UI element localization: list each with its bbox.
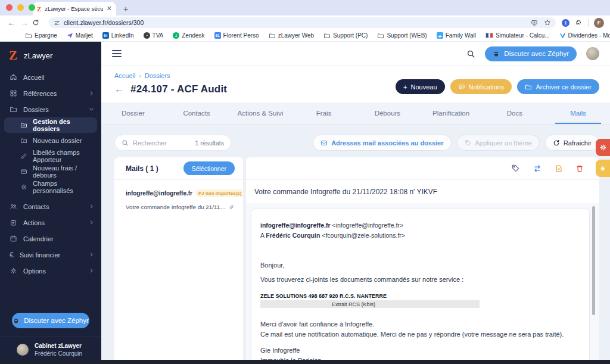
site-settings-icon[interactable]	[54, 20, 60, 26]
tag-icon[interactable]	[511, 164, 520, 173]
chat-zephyr-topbar-button[interactable]: Discuter avec Zéphyr	[485, 46, 577, 61]
breadcrumb-dossiers[interactable]: Dossiers	[145, 72, 170, 79]
email-scrollbar[interactable]	[592, 206, 595, 315]
notifications-button[interactable]: Notifications	[450, 79, 512, 94]
transfer-arrows-icon[interactable]	[533, 164, 542, 173]
search-input[interactable]	[133, 139, 191, 147]
edge-buttons: ★	[596, 139, 610, 177]
tab-mails[interactable]: Mails	[546, 102, 610, 124]
brand[interactable]: Z zLawyer	[0, 42, 101, 69]
sidebar-item-calendrier[interactable]: Calendrier	[0, 231, 101, 247]
speech-bubble-icon	[458, 83, 465, 91]
sidebar-item-dossiers[interactable]: Dossiers	[0, 101, 101, 117]
bookmark-zendesk[interactable]: z Zendesk	[173, 32, 204, 39]
back-arrow-icon[interactable]: ←	[114, 85, 124, 94]
tab-dossier[interactable]: Dossier	[101, 102, 165, 124]
forward-icon[interactable]: →	[19, 19, 30, 27]
refresh-button[interactable]: Rafraichir	[545, 135, 599, 151]
document-type-line: Extrait RCS (Kbis)	[260, 300, 480, 308]
url-text[interactable]: client.zlawyer.fr/dossiers/300	[64, 19, 527, 26]
mail-from: infogreffe@infogreffe.fr	[126, 190, 192, 197]
bookmark-zlawyer-web[interactable]: zLawyer Web	[269, 32, 314, 39]
tab-close-icon[interactable]: ✕	[107, 5, 112, 12]
sidebar-item-accueil[interactable]: Accueil	[0, 69, 101, 85]
sidebar-item-libelles-champs-apporteur[interactable]: Libellés champs Apporteur	[0, 148, 101, 164]
bookmark-linkedin[interactable]: in LinkedIn	[102, 32, 134, 39]
sidebar-item-actions[interactable]: Actions	[0, 214, 101, 231]
family-wall-icon: ☁	[437, 32, 443, 39]
page-title: #24.107 - ACF Audit	[130, 83, 227, 95]
breadcrumb-accueil[interactable]: Accueil	[114, 72, 135, 79]
org-name: Cabinet zLawyer	[35, 343, 82, 349]
tab-actions-suivi[interactable]: Actions & Suivi	[229, 102, 292, 124]
sidebar-item-contacts[interactable]: Contacts	[0, 198, 101, 214]
email-from-line: infogreffe@infogreffe.fr <infogreffe@inf…	[260, 222, 580, 229]
send-to-device-icon[interactable]	[531, 19, 538, 26]
new-tab-button[interactable]: +	[123, 5, 128, 13]
topbar-user-avatar[interactable]	[586, 47, 599, 60]
apply-theme-button[interactable]: Appliquer un thème	[457, 135, 540, 151]
bookmark-simulateur[interactable]: Simulateur - Calcu...	[485, 32, 550, 39]
sidebar-item-champs-personnalises[interactable]: Champs personnalisés	[0, 179, 101, 195]
sidebar-item-options[interactable]: Options	[0, 263, 101, 279]
tab-debours[interactable]: Débours	[356, 102, 419, 124]
folder-manage-icon	[20, 122, 27, 129]
tab-contacts[interactable]: Contacts	[165, 102, 229, 124]
search-icon[interactable]	[466, 49, 475, 58]
browser-tab[interactable]: Z zLawyer - Espace sécurisé ✕	[33, 2, 116, 15]
close-window-button[interactable]	[6, 4, 13, 11]
password-manager-icon[interactable]: 1	[562, 19, 569, 27]
home-icon	[10, 73, 17, 81]
minimize-window-button[interactable]	[17, 4, 24, 11]
bookmark-support-pc[interactable]: Support (PC)	[323, 32, 368, 39]
bookmark-dividendes[interactable]: Dividendes - Mon-...	[559, 32, 610, 39]
mail-preview: Votre commande Infogreffe du 21/11/2022 …	[126, 204, 226, 210]
chat-zephyr-button[interactable]: Discuter avec Zéphyr	[12, 313, 89, 328]
mail-search[interactable]: 1 résultats	[114, 135, 231, 151]
search-icon	[122, 139, 129, 147]
favorites-edge-button[interactable]: ★	[596, 160, 610, 177]
zlawyer-app: Z zLawyer Accueil Références Dossiers	[0, 42, 610, 364]
archive-dossier-button[interactable]: Archiver ce dossier	[517, 79, 599, 94]
screen: Z zLawyer - Espace sécurisé ✕ + ← → clie…	[0, 0, 610, 364]
email-greeting: Bonjour,	[260, 262, 580, 269]
gear-icon	[599, 144, 607, 151]
bookmark-star-icon[interactable]	[544, 19, 551, 26]
zlawyer-logo: Z	[9, 49, 17, 62]
sidebar-item-nouveau-dossier[interactable]: Nouveau dossier	[0, 133, 101, 148]
browser-toolbar: ← → client.zlawyer.fr/dossiers/300 1 F	[0, 15, 610, 30]
euro-icon: €	[10, 251, 14, 259]
sidebar-item-suivi-financier[interactable]: € Suivi financier	[0, 247, 101, 263]
tab-planification[interactable]: Planification	[419, 102, 483, 124]
macos-traffic-lights[interactable]	[6, 4, 35, 11]
extensions-icon[interactable]	[575, 19, 583, 27]
mail-list-item[interactable]: infogreffe@infogreffe.fr PJ non importée…	[114, 180, 243, 217]
address-bar[interactable]: client.zlawyer.fr/dossiers/300	[49, 17, 556, 28]
maximize-window-button[interactable]	[29, 4, 35, 11]
bookmark-mailjet[interactable]: Mailjet	[67, 32, 93, 39]
tab-frais[interactable]: Frais	[292, 102, 356, 124]
back-icon[interactable]: ←	[6, 19, 17, 27]
sidebar-item-gestion-des-dossiers[interactable]: Gestion des dossiers	[4, 117, 97, 133]
settings-edge-button[interactable]	[596, 139, 610, 156]
bookmark-epargne[interactable]: Epargne	[25, 32, 57, 39]
tab-docs[interactable]: Docs	[483, 102, 547, 124]
new-button[interactable]: + Nouveau	[396, 79, 444, 94]
mail-addresses-button[interactable]: Adresses mail associées au dossier	[313, 135, 451, 151]
trash-icon[interactable]	[575, 164, 584, 173]
browser-tabstrip: Z zLawyer - Espace sécurisé ✕ +	[0, 0, 610, 15]
bookmark-tva[interactable]: ◔ TVA	[144, 32, 164, 39]
bookmark-support-web[interactable]: Support (WEB)	[377, 32, 427, 39]
import-file-icon[interactable]	[555, 164, 563, 173]
filters-row: 1 résultats Adresses mail associées au d…	[114, 135, 599, 151]
bookmark-florent-perso[interactable]: 31 Florent Perso	[214, 32, 259, 39]
bookmark-family-wall[interactable]: ☁ Family Wall	[437, 32, 476, 39]
menu-toggle-icon[interactable]	[112, 50, 122, 57]
sidebar-item-nouveau-frais-debours[interactable]: Nouveau frais / débours	[0, 164, 101, 179]
calendar-31-icon: 31	[214, 32, 221, 39]
sidebar-item-references[interactable]: Références	[0, 85, 101, 101]
select-button[interactable]: Séléctionner	[183, 161, 235, 175]
users-icon	[10, 203, 17, 210]
reload-icon[interactable]	[32, 19, 43, 26]
browser-profile-avatar[interactable]: F	[594, 18, 604, 28]
